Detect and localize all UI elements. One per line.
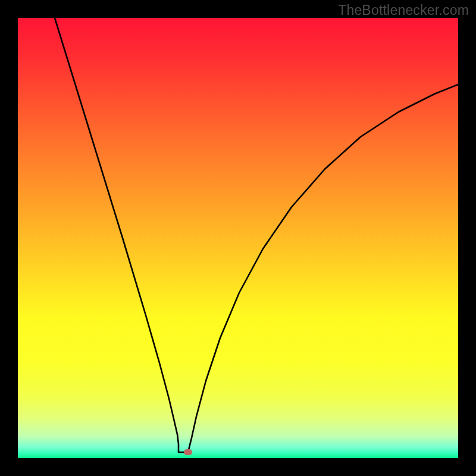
chart-frame: TheBottlenecker.com [0, 0, 476, 476]
bottleneck-curve [18, 18, 458, 458]
watermark-text: TheBottlenecker.com [338, 2, 469, 18]
plot-area [18, 18, 458, 458]
optimal-point-marker [184, 449, 192, 455]
